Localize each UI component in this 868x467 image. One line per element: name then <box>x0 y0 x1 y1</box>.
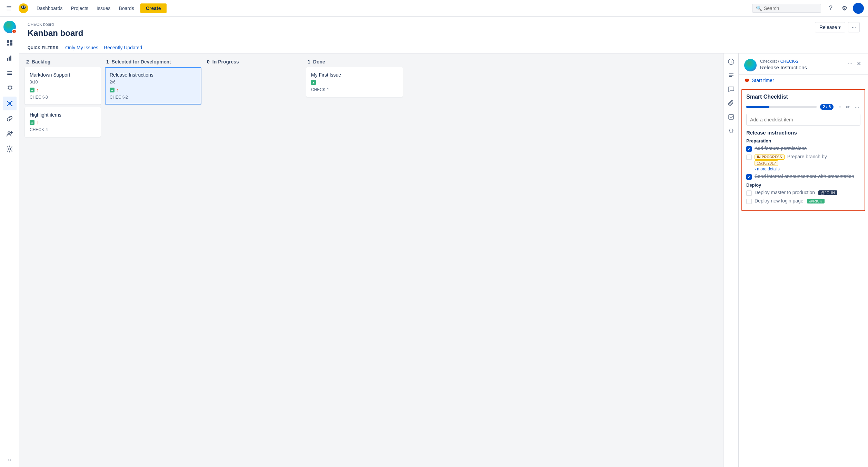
assignee-badge-john: @JOHN <box>818 190 837 195</box>
sidebar-item-plugins[interactable] <box>3 81 17 95</box>
detail-content: Checklist / CHECK-2 Release Instructions… <box>739 53 868 467</box>
more-details-link[interactable]: › more details <box>755 167 860 171</box>
detail-code-icon[interactable]: {} <box>726 125 737 136</box>
app-logo <box>18 3 29 14</box>
main-content: CHECK board Kanban board Release ▾ ··· Q… <box>19 17 868 467</box>
column-done-cards: My First Issue ▲ ↑ CHECK-1 <box>306 67 403 97</box>
card-my-first-issue[interactable]: My First Issue ▲ ↑ CHECK-1 <box>306 67 403 97</box>
board-header-actions: Release ▾ ··· <box>815 22 860 32</box>
svg-point-4 <box>22 7 23 7</box>
hamburger-menu[interactable]: ☰ <box>4 2 14 14</box>
priority-icon: ↑ <box>117 87 119 93</box>
checklist-filter-icons: ≡ ✏ ··· <box>837 103 860 110</box>
column-selected-header: 1 Selected for Development <box>105 59 201 64</box>
svg-line-25 <box>10 104 11 105</box>
sidebar-item-links[interactable] <box>3 112 17 126</box>
search-input[interactable] <box>764 6 812 11</box>
user-avatar[interactable] <box>853 3 864 14</box>
checklist-checkbox-3[interactable]: ✓ <box>746 174 752 180</box>
sidebar-project-avatar[interactable]: 2 <box>3 21 16 33</box>
filter-my-issues[interactable]: Only My Issues <box>65 45 98 50</box>
detail-info-icon[interactable]: i <box>726 56 737 67</box>
sidebar-item-reports[interactable] <box>3 51 17 65</box>
in-progress-badge: IN PROGRESS <box>755 155 785 160</box>
sidebar-item-nodes[interactable] <box>3 97 17 110</box>
nav-boards[interactable]: Boards <box>116 4 138 12</box>
checklist-checkbox-5[interactable] <box>746 199 752 204</box>
checklist-title: Smart Checklist <box>746 94 860 100</box>
checklist-checkbox-1[interactable]: ✓ <box>746 146 752 152</box>
sidebar-item-board[interactable] <box>3 36 17 50</box>
column-in-progress-header: 0 In Progress <box>206 59 302 64</box>
story-type-icon: ▲ <box>311 80 316 85</box>
nav-dashboards[interactable]: Dashboards <box>33 4 66 12</box>
detail-description-icon[interactable] <box>726 70 737 81</box>
card-highlight-items[interactable]: Highlight items ▲ ↑ CHECK-4 <box>25 107 101 137</box>
help-icon[interactable]: ? <box>825 3 836 14</box>
detail-attachment-icon[interactable] <box>726 98 737 109</box>
search-box[interactable]: 🔍 <box>752 4 821 13</box>
create-button[interactable]: Create <box>140 3 167 13</box>
settings-icon[interactable]: ⚙ <box>839 3 850 14</box>
checklist-item: ✓ Send internal announcement with presen… <box>746 173 860 180</box>
card-icons: ▲ ↑ <box>110 87 197 93</box>
board-body: 2 Backlog Markdown Support 3/10 ▲ ↑ <box>19 53 868 467</box>
svg-rect-34 <box>729 76 732 77</box>
checklist-item-3-text: Send internal announcement with presenta… <box>755 173 854 179</box>
checklist-filter-icon[interactable]: ≡ <box>837 103 842 110</box>
checklist-item-4-text: Deploy master to production <box>755 190 815 195</box>
card-id: CHECK-2 <box>110 95 197 100</box>
column-backlog-cards: Markdown Support 3/10 ▲ ↑ CHECK-3 Highli… <box>25 67 101 137</box>
checklist-progress-bar-bg <box>746 106 817 108</box>
detail-more-button[interactable]: ··· <box>847 59 854 68</box>
more-options-button[interactable]: ··· <box>848 22 860 32</box>
filter-recently-updated[interactable]: Recently Updated <box>104 45 142 50</box>
checklist-section-title: Release instructions <box>746 130 860 136</box>
svg-point-29 <box>9 148 11 150</box>
detail-sidebar-icons: i {} <box>724 53 739 467</box>
checklist-edit-icon[interactable]: ✏ <box>845 103 851 110</box>
checklist-add-input[interactable] <box>746 114 860 126</box>
sidebar-avatar-badge: 2 <box>12 29 17 34</box>
quick-filters-label: QUICK FILTERS: <box>28 46 60 50</box>
card-id: CHECK-1 <box>311 87 398 92</box>
detail-close-button[interactable]: ✕ <box>855 59 862 68</box>
checklist-badge: 2 / 6 <box>820 104 834 110</box>
svg-line-23 <box>10 102 11 103</box>
checklist-item-2-content: IN PROGRESS Prepare branch by 15/10/2017… <box>755 154 860 171</box>
nav-issues[interactable]: Issues <box>93 4 114 12</box>
svg-point-21 <box>11 105 12 106</box>
board-header: CHECK board Kanban board Release ▾ ··· Q… <box>19 17 868 53</box>
column-selected: 1 Selected for Development Release Instr… <box>105 59 201 461</box>
detail-checklist-icon[interactable] <box>726 111 737 122</box>
nav-projects[interactable]: Projects <box>68 4 92 12</box>
detail-title-area: Checklist / CHECK-2 Release Instructions <box>760 59 843 70</box>
sidebar-item-add-user[interactable] <box>3 127 17 141</box>
sidebar-collapse[interactable]: » <box>8 457 11 463</box>
checklist-progress-row: 2 / 6 ≡ ✏ ··· <box>746 103 860 110</box>
card-meta: 2/6 <box>110 80 197 85</box>
checklist-item: Deploy master to production @JOHN <box>746 190 860 196</box>
sidebar-item-settings[interactable] <box>3 142 17 156</box>
column-done-header: 1 Done <box>306 59 403 64</box>
svg-line-24 <box>8 104 9 105</box>
card-markdown-support[interactable]: Markdown Support 3/10 ▲ ↑ CHECK-3 <box>25 67 101 105</box>
checklist-subsection-preparation: Preparation <box>746 138 860 143</box>
svg-text:{}: {} <box>728 128 734 133</box>
column-selected-cards: Release Instructions 2/6 ▲ ↑ CHECK-2 <box>105 67 201 105</box>
start-timer-link[interactable]: Start timer <box>752 78 774 83</box>
card-release-instructions[interactable]: Release Instructions 2/6 ▲ ↑ CHECK-2 <box>105 67 201 105</box>
detail-comment-icon[interactable] <box>726 84 737 95</box>
checklist-more-icon[interactable]: ··· <box>854 103 860 110</box>
svg-text:i: i <box>730 60 731 64</box>
svg-rect-32 <box>729 73 734 74</box>
top-navigation: ☰ Dashboards Projects Issues Boards Crea… <box>0 0 868 17</box>
sidebar-item-backlog[interactable] <box>3 66 17 80</box>
release-button[interactable]: Release ▾ <box>815 22 845 32</box>
checklist-item-3-content: Send internal announcement with presenta… <box>755 173 860 179</box>
svg-rect-33 <box>729 75 734 76</box>
checklist-checkbox-2[interactable] <box>746 155 752 160</box>
card-title: Release Instructions <box>110 72 197 78</box>
detail-breadcrumb-issue-link[interactable]: CHECK-2 <box>780 59 799 64</box>
checklist-checkbox-4[interactable] <box>746 190 752 196</box>
